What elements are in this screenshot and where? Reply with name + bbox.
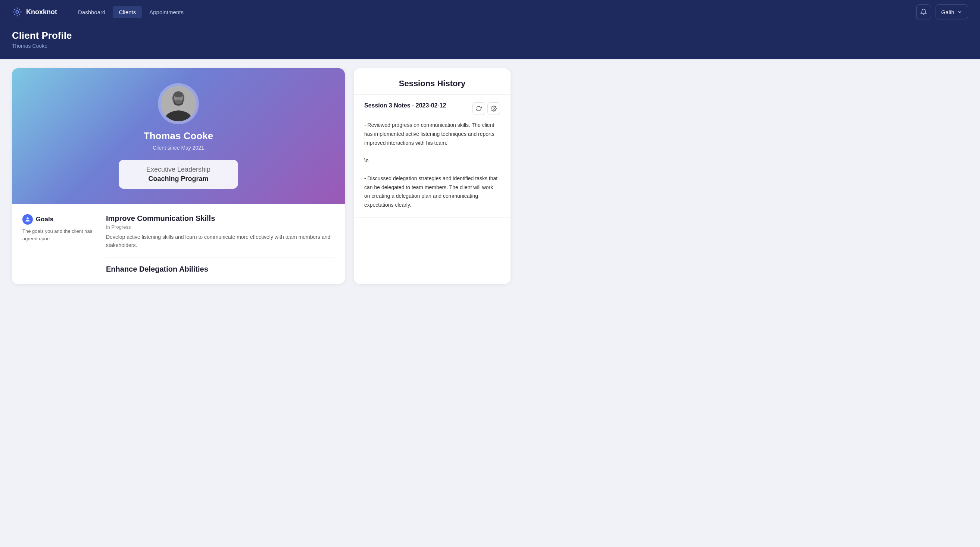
session-entry-1: Session 3 Notes - 2023-02-12 (354, 95, 511, 218)
gear-icon (491, 106, 497, 111)
profile-banner: Thomas Cooke Client since May 2021 Execu… (12, 68, 345, 204)
person-icon (25, 217, 30, 222)
navbar: Knoxknot Dashboard Clients Appointments … (0, 0, 980, 24)
right-card: Sessions History Session 3 Notes - 2023-… (354, 68, 511, 284)
avatar-image (161, 86, 196, 121)
sessions-header: Sessions History (354, 68, 511, 95)
nav-right: Galih (916, 5, 968, 19)
user-name: Galih (941, 9, 954, 15)
svg-point-0 (16, 11, 19, 13)
avatar (161, 86, 196, 121)
svg-point-5 (174, 91, 183, 97)
notification-button[interactable] (916, 5, 931, 19)
main-content: Thomas Cooke Client since May 2021 Execu… (0, 59, 522, 293)
nav-clients[interactable]: Clients (113, 6, 142, 18)
goals-sidebar: Goals The goals you and the client has a… (22, 214, 97, 274)
session-notes: - Reviewed progress on communication ski… (364, 121, 500, 210)
client-name: Thomas Cooke (144, 130, 213, 142)
program-box: Executive Leadership Coaching Program (119, 160, 238, 189)
brand-icon (12, 7, 22, 17)
session-entry-header: Session 3 Notes - 2023-02-12 (364, 102, 500, 115)
goals-title: Goals (36, 216, 53, 223)
goal-divider (106, 257, 334, 258)
page-subtitle: Thomas Cooke (12, 43, 968, 49)
program-line1: Executive Leadership (141, 166, 216, 173)
goal-1-title: Improve Communication Skills (106, 214, 334, 223)
svg-point-6 (175, 100, 182, 104)
goal-item-2: Enhance Delegation Abilities (106, 265, 334, 274)
chevron-down-icon (957, 10, 963, 14)
nav-appointments[interactable]: Appointments (143, 6, 189, 18)
goals-main: Improve Communication Skills In Progress… (106, 214, 334, 274)
refresh-icon (476, 106, 482, 111)
subheader: Client Profile Thomas Cooke (0, 24, 980, 59)
goal-1-detail: Develop active listening skills and lear… (106, 233, 334, 250)
session-actions (473, 102, 500, 115)
goals-label-row: Goals (22, 214, 97, 225)
session-settings-button[interactable] (487, 102, 500, 115)
goals-icon (22, 214, 33, 225)
client-since: Client since May 2021 (153, 145, 204, 151)
user-menu-button[interactable]: Galih (935, 5, 968, 19)
nav-links: Dashboard Clients Appointments (72, 6, 916, 18)
session-entry-title: Session 3 Notes - 2023-02-12 (364, 102, 468, 109)
goals-description: The goals you and the client has agreed … (22, 227, 97, 242)
session-refresh-button[interactable] (473, 102, 485, 115)
bell-icon (920, 9, 927, 15)
page-title: Client Profile (12, 30, 968, 41)
sessions-title: Sessions History (364, 79, 500, 88)
left-card: Thomas Cooke Client since May 2021 Execu… (12, 68, 345, 284)
goal-item-1: Improve Communication Skills In Progress… (106, 214, 334, 250)
brand-name: Knoxknot (26, 8, 57, 16)
nav-dashboard[interactable]: Dashboard (72, 6, 111, 18)
avatar-ring (158, 83, 199, 124)
goals-section: Goals The goals you and the client has a… (12, 204, 345, 284)
svg-point-7 (493, 108, 495, 109)
brand: Knoxknot (12, 7, 57, 17)
goal-1-status: In Progress (106, 224, 334, 230)
goal-2-title: Enhance Delegation Abilities (106, 265, 334, 274)
program-line2: Coaching Program (141, 175, 216, 183)
